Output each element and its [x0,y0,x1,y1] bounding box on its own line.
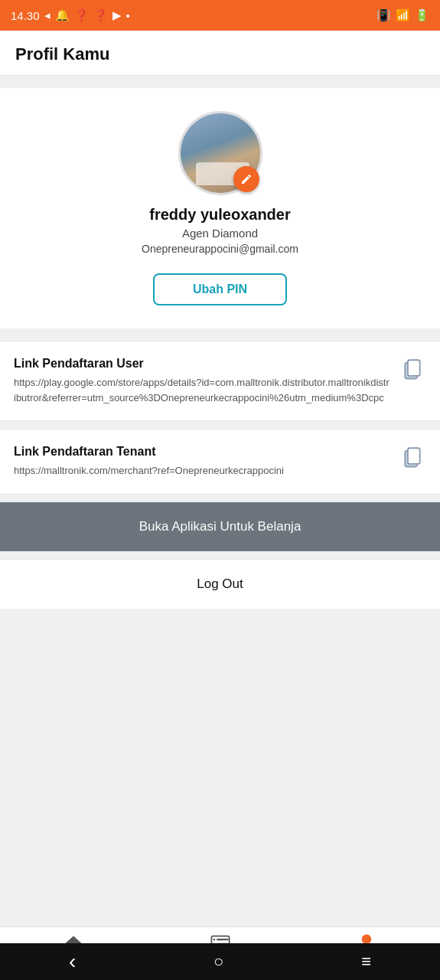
svg-rect-3 [408,448,420,464]
play-icon: ▶ [112,8,122,22]
home-button[interactable]: ○ [213,952,223,972]
battery-icon: 🔋 [415,8,429,22]
user-link-url: https://play.google.com/store/apps/detai… [14,375,389,405]
back-button[interactable]: ‹ [69,949,76,974]
time-display: 14.30 [11,9,40,22]
help-icon1: ❓ [74,8,89,22]
logout-button[interactable]: Log Out [0,560,440,609]
ubah-pin-button[interactable]: Ubah PIN [153,273,287,305]
tenant-link-card: Link Pendaftaran Tenant https://malltron… [0,429,440,495]
copy-user-link-button[interactable] [399,357,426,387]
status-bar: 14.30 ◂ 🔔 ❓ ❓ ▶ • 📳 📶 🔋 [0,0,440,31]
user-link-card: Link Pendaftaran User https://play.googl… [0,341,440,421]
user-link-content: Link Pendaftaran User https://play.googl… [14,357,399,405]
user-email: Onepreneurappocini@gmail.com [142,243,298,255]
pencil-icon [240,173,253,185]
status-bar-left: 14.30 ◂ 🔔 ❓ ❓ ▶ • [11,8,130,22]
user-name: freddy yuleoxander [149,206,291,224]
wifi-icon: 📶 [396,8,410,22]
user-role: Agen Diamond [182,227,258,240]
notification-icon: 🔔 [55,8,70,22]
tenant-link-content: Link Pendaftaran Tenant https://malltron… [14,445,399,479]
location-icon: ◂ [44,8,51,22]
menu-button[interactable]: ≡ [361,952,371,972]
vibrate-icon: 📳 [376,8,391,22]
status-bar-right: 📳 📶 🔋 [376,8,429,22]
android-nav-bar: ‹ ○ ≡ [0,943,440,980]
help-icon2: ❓ [93,8,108,22]
buka-aplikasi-button[interactable]: Buka Aplikasi Untuk Belanja [0,502,440,551]
edit-avatar-button[interactable] [233,166,259,192]
copy-tenant-icon-svg [401,447,424,473]
logout-section: Log Out [0,559,440,609]
tenant-link-url: https://malltronik.com/merchant?ref=Onep… [14,463,389,479]
copy-icon-svg [401,359,424,385]
user-link-title: Link Pendaftaran User [14,357,389,371]
dot-icon: • [126,9,130,22]
page-header: Profil Kamu [0,31,440,76]
avatar-wrapper [178,111,262,195]
page-title: Profil Kamu [15,44,109,64]
copy-tenant-link-button[interactable] [399,445,426,475]
svg-rect-1 [408,360,420,376]
links-section: Link Pendaftaran User https://play.googl… [0,341,440,551]
tenant-link-title: Link Pendaftaran Tenant [14,445,389,459]
profile-section: freddy yuleoxander Agen Diamond Oneprene… [0,88,440,328]
